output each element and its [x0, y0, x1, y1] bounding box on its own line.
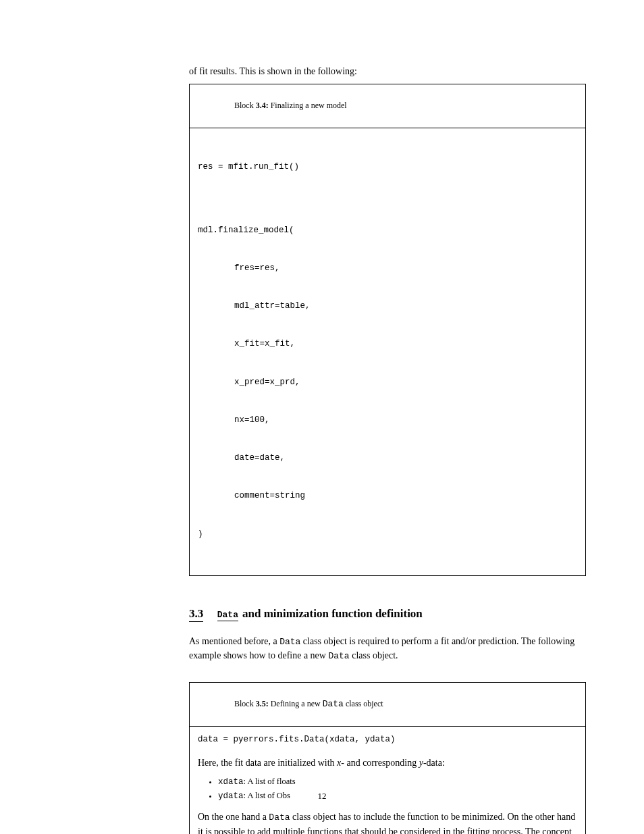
code-line: mdl.finalize_model( — [198, 224, 577, 237]
code-block-3-5-title: Block 3.5: Defining a new Data class obj… — [190, 683, 585, 727]
content-column: of fit results. This is shown in the fol… — [189, 64, 586, 834]
code-block-3-4: Block 3.4: Finalizing a new model res = … — [189, 84, 586, 576]
code-line: mdl_attr=table, — [198, 300, 577, 313]
code-line: ) — [198, 528, 577, 541]
code-line: x_fit=x_fit, — [198, 338, 577, 350]
code-line: fres=res, — [198, 262, 577, 275]
code-line: data = pyerrors.fits.Data(xdata, ydata) — [198, 733, 577, 746]
section-number: 3.3 — [189, 607, 203, 621]
section-intro-para: As mentioned before, a Data class object… — [189, 634, 586, 663]
section-heading-3-3: 3.3 Data and minimization function defin… — [189, 607, 586, 621]
code-line: nx=100, — [198, 414, 577, 427]
code-line: date=date, — [198, 452, 577, 465]
code-line: res = mfit.run_fit() — [198, 161, 577, 174]
data-explain-para: On the one hand a Data class object has … — [198, 810, 577, 834]
section-title-rest: and minimization function definition — [242, 607, 423, 621]
page-number: 12 — [0, 791, 644, 802]
code-block-3-4-body: res = mfit.run_fit() mdl.finalize_model(… — [190, 128, 585, 575]
code-block-3-5-body: data = pyerrors.fits.Data(xdata, ydata) … — [190, 727, 585, 834]
code-line: comment=string — [198, 490, 577, 502]
list-item: xdata: A list of floats — [218, 775, 577, 789]
code-block-3-5: Block 3.5: Defining a new Data class obj… — [189, 682, 586, 834]
code-block-3-4-label: Block 3.4: Finalizing a new model — [234, 101, 347, 110]
section-title-code: Data — [217, 610, 238, 620]
code-block-3-5-label: Block 3.5: Defining a new Data class obj… — [234, 699, 383, 708]
code-line: x_pred=x_prd, — [198, 376, 577, 389]
intro-line: of fit results. This is shown in the fol… — [189, 64, 586, 78]
data-init-line: Here, the fit data are initialized with … — [198, 756, 577, 771]
code-block-3-4-title: Block 3.4: Finalizing a new model — [190, 84, 585, 128]
page: of fit results. This is shown in the fol… — [0, 0, 644, 834]
